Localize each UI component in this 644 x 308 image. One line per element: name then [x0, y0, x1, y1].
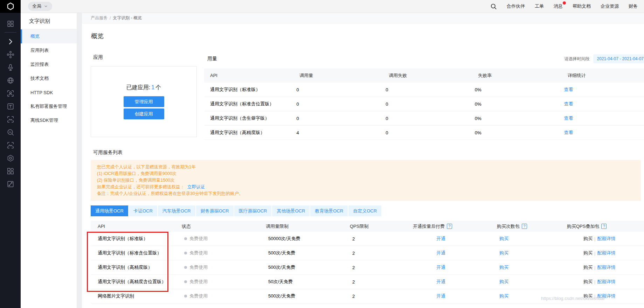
sidebar-item[interactable]: 概览 [21, 29, 77, 43]
components-icon[interactable] [0, 164, 21, 177]
services-column-header: 状态 [175, 223, 259, 230]
open-postpaid-link[interactable]: 开通 [436, 279, 445, 285]
help-icon[interactable]: ? [601, 224, 607, 229]
quota-details-link[interactable]: 配额详情 [597, 279, 615, 285]
topnav-item[interactable]: 企业资源 [601, 3, 619, 9]
ocr-tab[interactable]: 自定义OCR [348, 205, 381, 216]
notice-line: (1) iOCR通用版接口，免费调用量9000次 [97, 170, 635, 177]
view-stats-link[interactable]: 查看 [564, 115, 573, 121]
globe-icon[interactable] [0, 74, 21, 87]
breadcrumb-parent[interactable]: 产品服务 [91, 15, 108, 21]
open-postpaid-link[interactable]: 开通 [436, 250, 445, 256]
open-postpaid-link[interactable]: 开通 [436, 293, 445, 299]
topnav-item[interactable]: 帮助文档 [573, 3, 591, 9]
cloud-logo[interactable] [0, 0, 21, 13]
pipe-separator: | [594, 265, 595, 270]
qps-limit: 2 [345, 279, 429, 285]
notice-note-line: 备注：完成个人/企业认证，所赠权益将在您登录30分钟后下发到您的账户。 [97, 190, 635, 197]
ocr-tab[interactable]: 卡证OCR [129, 205, 157, 216]
help-icon[interactable]: ? [522, 224, 527, 229]
status-badge: 免费使用 [189, 236, 208, 242]
buy-qps-link[interactable]: 购买 [583, 236, 593, 242]
notice-line: (2) 保险单识别接口，免费调用量1500次 [97, 177, 635, 184]
topbar-right: 合作伙伴 工单 消息 帮助文档 [490, 3, 644, 10]
services-section: 可用服务列表 您已完成个人认证，以下是赠送资源，有效期为1年(1) iOCR通用… [91, 149, 644, 308]
chevron-right-icon[interactable] [0, 35, 21, 48]
help-icon[interactable]: ? [447, 224, 452, 229]
quota-details-link[interactable]: 配额详情 [597, 236, 615, 242]
buy-qps-link[interactable]: 购买 [583, 279, 593, 285]
date-range-picker[interactable]: 2021-04-07 - 2021-04-07 [593, 54, 644, 63]
usage-column-header: 调用失败 [383, 72, 472, 79]
breadcrumb-separator: / [110, 16, 111, 21]
app-card: 已建应用:1个 管理应用 创建应用 [91, 66, 197, 137]
breadcrumb-current: 文字识别 - 概览 [113, 15, 142, 21]
certify-now-link[interactable]: 立即认证 [187, 184, 205, 189]
sidebar-item[interactable]: 技术文档 [21, 71, 77, 85]
ocr-tabs: 通用场景OCR 卡证OCR 汽车场景OCR 财务票据OCR [91, 205, 644, 216]
ocr-tab[interactable]: 教育场景OCR [310, 205, 348, 216]
buy-package-link[interactable]: 购买 [499, 264, 508, 271]
ocr-tab[interactable]: 汽车场景OCR [158, 205, 195, 216]
image-detect-icon[interactable] [0, 139, 21, 152]
view-stats-link[interactable]: 查看 [564, 101, 573, 106]
usage-fail-rate: 0% [469, 130, 558, 135]
microphone-icon[interactable] [0, 61, 21, 74]
ocr-tab[interactable]: 其他场景OCR [272, 205, 310, 216]
search-icon[interactable] [490, 3, 497, 10]
sidebar-item[interactable]: 应用列表 [21, 43, 77, 57]
services-column-header: 开通按量后付费 ? [406, 223, 490, 230]
content-search-icon[interactable] [0, 126, 21, 139]
view-stats-link[interactable]: 查看 [564, 87, 573, 92]
topnav-item[interactable]: 消息 [554, 3, 563, 9]
scrollbar[interactable] [77, 13, 82, 308]
quota-details-link[interactable]: 配额详情 [597, 264, 615, 271]
usage-fail-rate: 0% [469, 87, 558, 92]
image-scan-icon[interactable] [0, 113, 21, 126]
topnav: 合作伙伴 工单 消息 帮助文档 [507, 3, 638, 9]
topnav-item[interactable]: 工单 [535, 3, 544, 9]
sidebar-item[interactable]: HTTP SDK [21, 85, 77, 99]
open-postpaid-link[interactable]: 开通 [436, 264, 445, 271]
built-apps-line: 已建应用:1个 [126, 84, 161, 91]
apps-grid-icon[interactable] [0, 17, 21, 30]
buy-qps-link[interactable]: 购买 [583, 264, 593, 271]
table-row: 通用文字识别（标准版） 0 0 0% 查看 [204, 83, 644, 97]
text-recognition-icon[interactable] [0, 100, 21, 113]
status-badge: 免费使用 [189, 279, 208, 285]
sidebar-item[interactable]: 离线SDK管理 [21, 113, 77, 127]
sidebar: 文字识别 概览 应用列表 监控报表 技术文档 H [21, 13, 77, 308]
usage-fails: 0 [380, 130, 469, 135]
route-map-icon[interactable] [0, 177, 21, 190]
call-limit: 500次/天免费 [261, 264, 345, 271]
manage-app-button[interactable]: 管理应用 [124, 96, 164, 107]
buy-qps-link[interactable]: 购买 [583, 250, 593, 256]
open-postpaid-link[interactable]: 开通 [436, 236, 445, 242]
scope-selector[interactable]: 全局 [28, 2, 52, 11]
notice-cert-line: 如果完成企业认证，还可获得更多赠送权益：立即认证 [97, 184, 635, 190]
usage-fail-rate: 0% [469, 102, 558, 107]
csdn-watermark: https://blog.csdn.net/ckzuishuai [541, 296, 604, 301]
services-column-header: API [91, 224, 175, 229]
create-app-button[interactable]: 创建应用 [124, 108, 164, 119]
buy-package-link[interactable]: 购买 [499, 293, 508, 299]
view-stats-link[interactable]: 查看 [564, 130, 573, 135]
usage-fails: 0 [380, 116, 469, 121]
buy-package-link[interactable]: 购买 [499, 236, 508, 242]
buy-package-link[interactable]: 购买 [499, 250, 508, 256]
pipe-separator: | [594, 279, 595, 285]
workflow-icon[interactable] [0, 48, 21, 61]
person-scan-icon[interactable] [0, 87, 21, 100]
sidebar-item[interactable]: 私有部署服务管理 [21, 99, 77, 113]
usage-column-header: 详细统计 [562, 72, 586, 79]
ocr-tab[interactable]: 通用场景OCR [91, 205, 128, 216]
buy-package-link[interactable]: 购买 [499, 279, 508, 285]
usage-table-header: API调用量调用失败失败率详细统计 [204, 68, 644, 83]
ocr-tab[interactable]: 财务票据OCR [196, 205, 234, 216]
hexagon-tech-icon[interactable] [0, 152, 21, 164]
topnav-item[interactable]: 财务 [629, 3, 638, 9]
sidebar-item[interactable]: 监控报表 [21, 57, 77, 71]
quota-details-link[interactable]: 配额详情 [597, 250, 615, 256]
topnav-item[interactable]: 合作伙伴 [507, 3, 525, 9]
ocr-tab[interactable]: 医疗票据OCR [234, 205, 272, 216]
